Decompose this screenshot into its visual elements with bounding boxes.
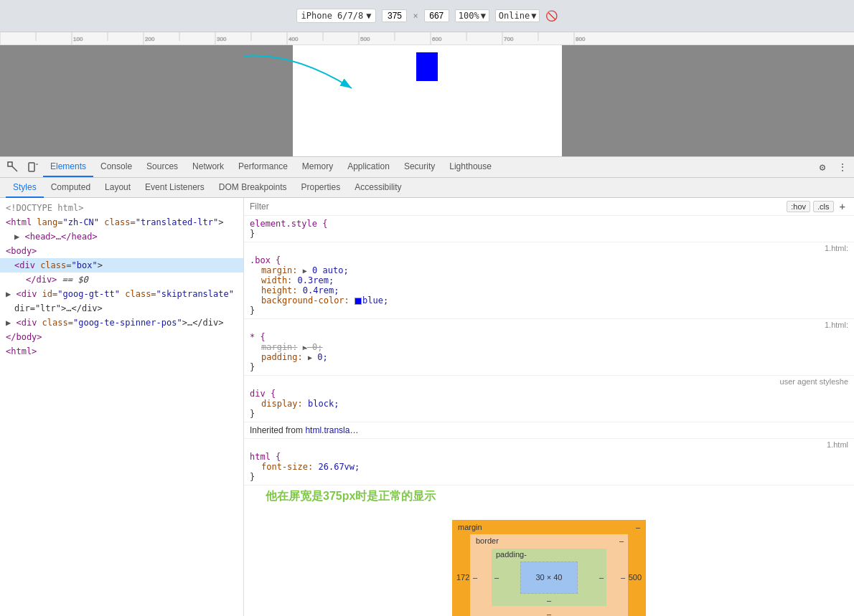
padding-bottom-dash: – [547, 596, 551, 605]
cls-button[interactable]: .cls [813, 201, 834, 212]
network-selector[interactable]: Online ▼ [495, 9, 540, 22]
html-rule-source: 1.html [244, 439, 854, 449]
dom-line-box-div[interactable]: <div class="box"> [0, 258, 243, 273]
margin-top-dash: – [636, 523, 640, 531]
dom-line-box-closing[interactable]: </div> == $0 [0, 273, 243, 287]
devtools-main-content: <!DOCTYPE html> <html lang="zh-CN" class… [0, 198, 854, 616]
universal-padding-prop[interactable]: padding: ▶ 0; [250, 352, 848, 362]
tab-security[interactable]: Security [397, 157, 442, 177]
sub-tabs-bar: Styles Computed Layout Event Listeners D… [0, 178, 854, 198]
universal-margin-prop[interactable]: margin: ▶ 0; [250, 342, 848, 352]
dimension-separator: × [413, 11, 418, 21]
dom-line-body[interactable]: <body> [0, 244, 243, 258]
dom-panel[interactable]: <!DOCTYPE html> <html lang="zh-CN" class… [0, 198, 244, 616]
box-rule: .box { margin: ▶ 0 auto; width: 0.3rem; … [244, 252, 854, 319]
padding-right-dash: – [599, 573, 604, 582]
add-rule-button[interactable]: + [837, 201, 848, 212]
styles-content: :hov .cls + element.style { } 1 [244, 198, 854, 616]
tab-lighthouse[interactable]: Lighthouse [442, 157, 499, 177]
devtools-panel: Elements Console Sources Network Perform… [0, 156, 854, 616]
element-style-rule: element.style { } [244, 216, 854, 242]
padding-label: padding- [496, 550, 527, 559]
doctype-text: <!DOCTYPE html> [6, 203, 83, 213]
universal-rule: * { margin: ▶ 0; padding: ▶ 0; } [244, 329, 854, 376]
hov-button[interactable]: :hov [787, 201, 810, 212]
device-frame [293, 45, 562, 156]
div-rule-closing: } [250, 409, 848, 419]
div-rule-source: user agent styleshe [244, 376, 854, 386]
dom-line-html-close: <html> [0, 344, 243, 359]
sub-tab-accessibility[interactable]: Accessibility [347, 178, 408, 198]
devtools-tabs-bar: Elements Console Sources Network Perform… [0, 156, 854, 178]
dom-line-html[interactable]: <html lang="zh-CN" class="translated-ltr… [0, 215, 243, 229]
device-selector[interactable]: iPhone 6/7/8 ▼ [296, 9, 377, 23]
tab-sources[interactable]: Sources [139, 157, 185, 177]
margin-label: margin [458, 523, 482, 531]
tab-network[interactable]: Network [185, 157, 231, 177]
box-width-prop[interactable]: width: 0.3rem; [250, 275, 848, 285]
border-top-dash: – [619, 536, 624, 545]
tab-elements[interactable]: Elements [43, 157, 93, 177]
box-height-prop[interactable]: height: 0.4rem; [250, 285, 848, 295]
box-margin-prop[interactable]: margin: ▶ 0 auto; [250, 265, 848, 275]
inherited-link[interactable]: html.transla… [305, 425, 358, 435]
annotation-text: 他在屏宽是375px时是正常的显示 [266, 489, 436, 504]
no-throttle-icon[interactable]: 🚫 [545, 10, 558, 22]
dom-line-goog-tt[interactable]: ▶ <div id="goog-gt-tt" class="skiptransl… [0, 287, 243, 301]
div-selector[interactable]: div { [250, 389, 848, 399]
network-value: Online [499, 11, 530, 21]
universal-rule-container: 1.html: * { margin: ▶ 0; padding: ▶ 0; [244, 319, 854, 376]
zoom-arrow: ▼ [481, 11, 486, 21]
universal-selector[interactable]: * { [250, 332, 848, 342]
tab-memory[interactable]: Memory [295, 157, 340, 177]
box-selector[interactable]: .box { [250, 255, 848, 265]
svg-text:600: 600 [432, 36, 442, 42]
filter-buttons: :hov .cls + [787, 201, 848, 212]
content-box: 30 × 40 [520, 561, 578, 594]
html-fontsize-prop[interactable]: font-size: 26.67vw; [250, 462, 848, 472]
tab-console[interactable]: Console [93, 157, 139, 177]
viewport-height-input[interactable] [424, 9, 449, 22]
viewport-area [0, 45, 854, 156]
dom-line-doctype: <!DOCTYPE html> [0, 201, 243, 215]
more-options-icon[interactable]: ⋮ [834, 158, 851, 176]
svg-rect-26 [8, 162, 12, 166]
svg-line-27 [12, 166, 17, 171]
sub-tab-styles[interactable]: Styles [6, 178, 44, 198]
border-label: border [476, 536, 499, 545]
blue-color-swatch[interactable] [355, 298, 362, 305]
sub-tab-computed[interactable]: Computed [44, 178, 98, 198]
sub-tab-event-listeners[interactable]: Event Listeners [138, 178, 212, 198]
div-display-prop[interactable]: display: block; [250, 399, 848, 409]
device-toolbar-icon[interactable] [23, 157, 43, 177]
viewport-width-input[interactable] [382, 9, 407, 22]
tab-performance[interactable]: Performance [231, 157, 295, 177]
filter-bar: :hov .cls + [244, 198, 854, 216]
box-rule-container: 1.html: .box { margin: ▶ 0 auto; width: … [244, 242, 854, 319]
element-style-closing: } [250, 229, 848, 239]
div-rule-container: user agent styleshe div { display: block… [244, 376, 854, 422]
html-selector[interactable]: html { [250, 452, 848, 462]
tab-application[interactable]: Application [340, 157, 397, 177]
dom-line-goog-spinner[interactable]: ▶ <div class="goog-te-spinner-pos">…</di… [0, 316, 243, 330]
universal-rule-source: 1.html: [244, 319, 854, 329]
box-bgcolor-prop[interactable]: background-color: blue; [250, 295, 848, 305]
sub-tab-layout[interactable]: Layout [98, 178, 138, 198]
styles-filter-input[interactable] [250, 202, 784, 212]
box-rule-source: 1.html: [244, 242, 854, 252]
div-rule: div { display: block; } [244, 386, 854, 422]
device-name: iPhone 6/7/8 [301, 11, 364, 21]
box-rule-closing: } [250, 305, 848, 316]
element-style-selector[interactable]: element.style { [250, 219, 848, 229]
settings-icon[interactable]: ⚙ [814, 158, 831, 176]
svg-text:700: 700 [504, 36, 514, 42]
zoom-selector[interactable]: 100% ▼ [455, 9, 489, 22]
box-model-area: margin – 172.500 172.500 – border – – – … [244, 514, 854, 616]
svg-text:100: 100 [73, 36, 83, 42]
inherited-from: Inherited from html.transla… [244, 422, 854, 439]
network-arrow: ▼ [531, 11, 536, 21]
dom-line-head[interactable]: ▶ <head>…</head> [0, 229, 243, 244]
sub-tab-properties[interactable]: Properties [294, 178, 348, 198]
inspect-icon[interactable] [3, 157, 23, 177]
sub-tab-dom-breakpoints[interactable]: DOM Breakpoints [212, 178, 294, 198]
